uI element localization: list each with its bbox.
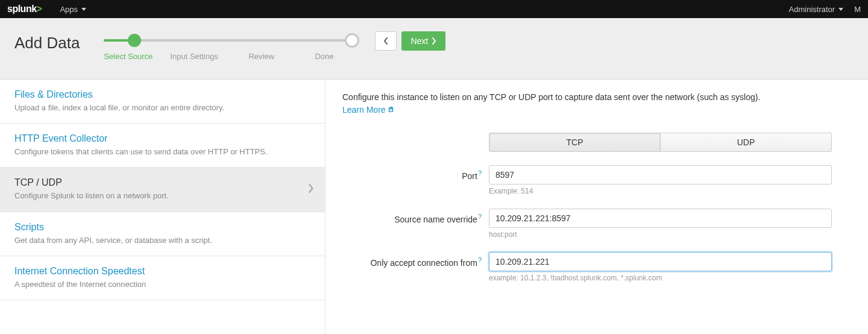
sidebar-item-desc: Get data from any API, service, or datab… xyxy=(14,235,310,246)
protocol-toggle: TCP UDP xyxy=(489,133,832,152)
external-link-icon xyxy=(388,105,395,115)
wizard-step-label: Review xyxy=(248,52,315,61)
form-row-accept-from: Only accept connection from? example: 10… xyxy=(342,252,832,282)
sidebar-item-title: TCP / UDP xyxy=(14,177,310,188)
chevron-down-icon xyxy=(838,8,843,11)
sidebar-item-files-directories[interactable]: Files & Directories Upload a file, index… xyxy=(0,80,325,124)
learn-more-link[interactable]: Learn More xyxy=(342,105,395,115)
administrator-menu[interactable]: Administrator xyxy=(789,5,844,14)
chevron-down-icon xyxy=(81,8,86,11)
port-hint: Example: 514 xyxy=(489,187,832,195)
sidebar-item-desc: Configure Splunk to listen on a network … xyxy=(14,191,310,201)
next-button-label: Next xyxy=(410,36,428,46)
accept-from-hint: example: 10.1.2.3, !badhost.splunk.com, … xyxy=(489,274,832,282)
apps-menu-label: Apps xyxy=(60,5,78,14)
sidebar-item-title: HTTP Event Collector xyxy=(14,133,310,144)
wizard: Select Source Input Settings Review Done xyxy=(104,29,357,61)
help-icon[interactable]: ? xyxy=(478,213,482,220)
sidebar-item-tcp-udp[interactable]: TCP / UDP Configure Splunk to listen on … xyxy=(0,168,325,212)
port-label: Port? xyxy=(342,165,489,181)
sidebar: Files & Directories Upload a file, index… xyxy=(0,80,326,334)
back-button[interactable] xyxy=(375,31,397,51)
sidebar-item-title: Internet Connection Speedtest xyxy=(14,266,310,277)
page-title: Add Data xyxy=(14,29,80,52)
sidebar-item-scripts[interactable]: Scripts Get data from any API, service, … xyxy=(0,212,325,256)
sidebar-item-desc: A speedtest of the Internet connection xyxy=(14,279,310,290)
protocol-tab-tcp[interactable]: TCP xyxy=(489,133,661,152)
administrator-menu-label: Administrator xyxy=(789,5,835,14)
source-name-hint: host:port xyxy=(489,230,832,239)
wizard-step-dot-done xyxy=(345,33,359,48)
sidebar-item-desc: Configure tokens that clients can use to… xyxy=(14,147,310,157)
apps-menu[interactable]: Apps xyxy=(60,5,86,14)
form-row-source-name: Source name override? host:port xyxy=(342,209,832,239)
sidebar-item-title: Files & Directories xyxy=(14,89,310,100)
protocol-tab-udp[interactable]: UDP xyxy=(661,133,832,152)
chevron-right-icon xyxy=(432,37,436,45)
wizard-step-dot-select-source xyxy=(128,34,141,47)
source-name-input[interactable] xyxy=(489,209,832,228)
next-button[interactable]: Next xyxy=(401,31,445,51)
page-header: Add Data Select Source Input Settings Re… xyxy=(0,18,868,80)
chevron-left-icon xyxy=(383,37,388,45)
sidebar-item-speedtest[interactable]: Internet Connection Speedtest A speedtes… xyxy=(0,256,325,300)
topbar: splunk> Apps Administrator M xyxy=(0,0,868,18)
port-input[interactable] xyxy=(489,165,832,184)
sidebar-item-http-event-collector[interactable]: HTTP Event Collector Configure tokens th… xyxy=(0,124,325,168)
accept-from-label: Only accept connection from? xyxy=(342,252,489,268)
wizard-step-label: Select Source xyxy=(104,52,170,61)
wizard-step-label: Done xyxy=(315,52,351,61)
help-icon[interactable]: ? xyxy=(478,169,482,177)
wizard-step-label: Input Settings xyxy=(170,52,248,61)
wizard-labels: Select Source Input Settings Review Done xyxy=(104,52,357,61)
body: Files & Directories Upload a file, index… xyxy=(0,80,868,334)
help-icon[interactable]: ? xyxy=(478,256,482,263)
learn-more-label: Learn More xyxy=(342,105,386,115)
source-name-label: Source name override? xyxy=(342,209,489,224)
sidebar-item-desc: Upload a file, index a local file, or mo… xyxy=(14,102,310,113)
logo[interactable]: splunk> xyxy=(7,4,42,14)
intro-text: Configure this instance to listen on any… xyxy=(342,92,832,104)
chevron-right-icon xyxy=(308,184,314,195)
form-row-port: Port? Example: 514 xyxy=(342,165,832,195)
accept-from-input[interactable] xyxy=(489,252,832,271)
sidebar-item-title: Scripts xyxy=(14,222,310,233)
wizard-track xyxy=(104,34,357,47)
topbar-right-m[interactable]: M xyxy=(854,5,861,14)
main-panel: Configure this instance to listen on any… xyxy=(326,80,868,334)
